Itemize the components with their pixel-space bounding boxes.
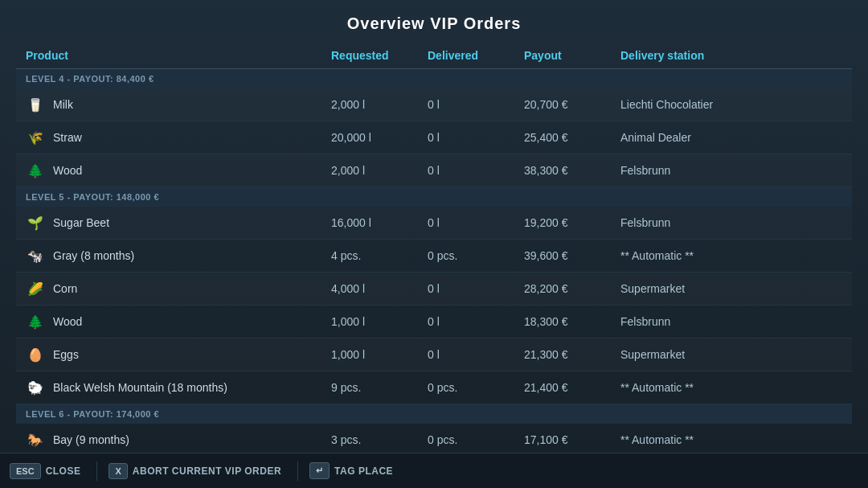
product-cell: 🐄 Gray (8 months) [26,246,331,265]
bottom-separator [297,461,298,481]
cell-station: Animal Dealer [620,131,842,144]
product-name: Wood [53,164,82,177]
btn-key: ↵ [309,462,330,479]
cell-station: ** Automatic ** [620,381,842,394]
cell-delivered: 0 l [428,315,524,328]
table-row: 🌽 Corn 4,000 l 0 l 28,200 € Supermarket [16,273,852,306]
bottom-button-0[interactable]: ESC CLOSE [10,463,93,479]
product-name: Black Welsh Mountain (18 months) [53,381,227,394]
cell-payout: 18,300 € [524,315,620,328]
cell-requested: 9 pcs. [331,381,428,394]
cell-station: Felsbrunn [620,216,842,229]
cell-delivered: 0 l [428,348,524,361]
cell-requested: 16,000 l [331,216,428,229]
col-payout: Payout [524,49,620,62]
table-row: 🥛 Milk 2,000 l 0 l 20,700 € Liechti Choc… [16,88,852,121]
btn-label: TAG PLACE [334,465,393,477]
cell-station: Liechti Chocolatier [620,98,842,111]
product-name: Gray (8 months) [53,249,134,262]
btn-label: CLOSE [46,465,81,477]
product-cell: 🌾 Straw [26,128,331,147]
table-row: 🐎 Bay (9 months) 3 pcs. 0 pcs. 17,100 € … [16,424,852,450]
page-title: Overview VIP Orders [0,0,868,43]
cell-requested: 3 pcs. [331,433,428,446]
cell-payout: 39,600 € [524,249,620,262]
cell-requested: 2,000 l [331,98,428,111]
cell-requested: 20,000 l [331,131,428,144]
product-name: Corn [53,282,77,295]
table-scroll[interactable]: LEVEL 4 - PAYOUT: 84,400 € 🥛 Milk 2,000 … [16,69,852,450]
cell-requested: 4,000 l [331,282,428,295]
level-header-2: LEVEL 6 - PAYOUT: 174,000 € [16,404,852,424]
product-name: Sugar Beet [53,216,109,229]
cell-delivered: 0 l [428,131,524,144]
bottom-button-2[interactable]: ↵ TAG PLACE [309,462,406,479]
table-row: 🌱 Sugar Beet 16,000 l 0 l 19,200 € Felsb… [16,207,852,240]
col-requested: Requested [331,49,428,62]
cell-payout: 28,200 € [524,282,620,295]
product-icon: 🌾 [26,128,45,147]
table-row: 🌲 Wood 1,000 l 0 l 18,300 € Felsbrunn [16,306,852,338]
product-icon: 🥚 [26,345,45,364]
product-name: Eggs [53,348,79,361]
col-delivered: Delivered [428,49,524,62]
col-delivery-station: Delivery station [620,49,842,62]
product-cell: 🐑 Black Welsh Mountain (18 months) [26,378,331,397]
col-product: Product [26,49,331,62]
cell-requested: 2,000 l [331,164,428,177]
bottom-button-1[interactable]: X ABORT CURRENT VIP ORDER [108,463,294,479]
product-icon: 🐎 [26,430,45,449]
product-cell: 🌲 Wood [26,161,331,180]
product-icon: 🐄 [26,246,45,265]
product-cell: 🌱 Sugar Beet [26,213,331,232]
table-header: Product Requested Delivered Payout Deliv… [16,43,852,69]
table-row: 🥚 Eggs 1,000 l 0 l 21,300 € Supermarket [16,338,852,371]
cell-delivered: 0 pcs. [428,381,524,394]
product-cell: 🥚 Eggs [26,345,331,364]
btn-key: X [108,463,127,479]
product-name: Milk [53,98,73,111]
cell-delivered: 0 pcs. [428,249,524,262]
cell-station: ** Automatic ** [620,433,842,446]
cell-delivered: 0 pcs. [428,433,524,446]
cell-payout: 17,100 € [524,433,620,446]
table-row: 🌾 Straw 20,000 l 0 l 25,400 € Animal Dea… [16,121,852,154]
cell-delivered: 0 l [428,282,524,295]
cell-payout: 25,400 € [524,131,620,144]
cell-station: ** Automatic ** [620,249,842,262]
table-row: 🐑 Black Welsh Mountain (18 months) 9 pcs… [16,371,852,404]
bottom-bar: ESC CLOSE X ABORT CURRENT VIP ORDER ↵ TA… [0,453,868,488]
product-icon: 🌱 [26,213,45,232]
cell-requested: 1,000 l [331,315,428,328]
cell-payout: 38,300 € [524,164,620,177]
table-row: 🌲 Wood 2,000 l 0 l 38,300 € Felsbrunn [16,154,852,187]
cell-requested: 1,000 l [331,348,428,361]
cell-station: Supermarket [620,348,842,361]
cell-station: Felsbrunn [620,164,842,177]
level-header-0: LEVEL 4 - PAYOUT: 84,400 € [16,69,852,88]
cell-station: Felsbrunn [620,315,842,328]
table-row: 🐄 Gray (8 months) 4 pcs. 0 pcs. 39,600 €… [16,240,852,273]
btn-key: ESC [10,463,41,479]
table-wrapper: Product Requested Delivered Payout Deliv… [16,43,852,453]
cell-delivered: 0 l [428,98,524,111]
cell-payout: 21,300 € [524,348,620,361]
level-header-1: LEVEL 5 - PAYOUT: 148,000 € [16,187,852,207]
product-icon: 🌽 [26,279,45,298]
cell-station: Supermarket [620,282,842,295]
product-name: Straw [53,131,82,144]
product-cell: 🌽 Corn [26,279,331,298]
cell-delivered: 0 l [428,216,524,229]
product-name: Wood [53,315,82,328]
cell-payout: 20,700 € [524,98,620,111]
product-icon: 🌲 [26,312,45,331]
product-cell: 🐎 Bay (9 months) [26,430,331,449]
product-icon: 🐑 [26,378,45,397]
btn-label: ABORT CURRENT VIP ORDER [133,465,281,477]
product-cell: 🌲 Wood [26,312,331,331]
main-container: Overview VIP Orders Product Requested De… [0,0,868,488]
cell-requested: 4 pcs. [331,249,428,262]
product-icon: 🌲 [26,161,45,180]
product-cell: 🥛 Milk [26,95,331,114]
product-name: Bay (9 months) [53,433,129,446]
